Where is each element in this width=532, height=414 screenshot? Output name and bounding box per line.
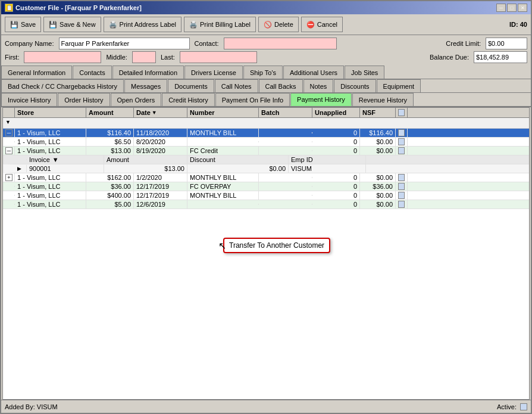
td-unapplied: 0 [312,173,360,182]
company-name-input[interactable] [59,38,190,49]
middle-input[interactable] [132,51,156,63]
tab-credit-history[interactable]: Credit History [162,93,215,106]
table-row[interactable]: ─ 1 - Visum, LLC $116.40 11/18/2020 MONT… [3,129,529,138]
credit-limit-label: Credit Limit: [446,40,481,47]
td-sub-amount: $13.00 [104,164,187,173]
th-store[interactable]: Store [15,108,86,117]
tab-messages[interactable]: Messages [124,79,167,92]
th-nsf[interactable]: NSF [360,108,396,117]
content-area: Store Amount Date▼ Number Batch Unapplie… [2,107,530,400]
th-batch[interactable]: Batch [259,108,312,117]
th-check [396,108,408,117]
row-checkbox[interactable] [398,192,405,199]
tab-detailed-information[interactable]: Detailed Information [112,66,184,79]
td-number [187,141,259,142]
status-bar: Added By: VISUM Active: [1,400,531,413]
tab-open-orders[interactable]: Open Orders [111,93,162,106]
tab-revenue-history[interactable]: Revenue History [352,93,414,106]
print-address-button[interactable]: 🖨️ Print Address Label [104,17,181,32]
td-check [396,173,408,182]
delete-button[interactable]: 🚫 Delete [258,17,299,32]
balance-due-input[interactable] [474,51,527,63]
contact-input[interactable] [224,38,337,49]
td-nsf: $0.00 [360,147,396,155]
td-amount: $116.40 [86,129,134,137]
table-row[interactable]: 1 - Visum, LLC $36.00 12/17/2019 FC OVER… [3,182,529,191]
main-window: 📋 Customer File - [Farquar P Parkenfarke… [0,0,532,414]
sort-arrow-icon: ▼ [152,110,157,116]
table-row[interactable]: ─ 1 - Visum, LLC $13.00 8/19/2020 FC Cre… [3,147,529,155]
tabs-row1: General Information Contacts Detailed In… [1,66,531,79]
td-store: 1 - Visum, LLC [15,129,86,137]
first-input[interactable] [24,51,101,63]
active-checkbox[interactable] [520,403,527,410]
td-batch [259,195,312,196]
td-expand: ─ [3,147,15,155]
save-icon: 💾 [10,21,18,29]
td-nsf: $0.00 [360,138,396,146]
row-checkbox[interactable] [398,147,405,154]
cancel-icon: ⛔ [306,21,315,29]
td-batch [259,141,312,142]
save-new-button[interactable]: 💾 Save & New [43,17,101,32]
row-checkbox[interactable] [398,129,405,136]
tab-additional-users[interactable]: Additional Users [283,66,344,79]
tab-equipment[interactable]: Equipment [377,79,421,92]
td-date: 12/6/2019 [134,200,187,208]
td-unapplied: 0 [312,138,360,146]
expand-button[interactable]: ─ [5,129,12,136]
close-button[interactable]: ✕ [518,4,527,12]
td-number: MONTHLY BILL [187,173,259,182]
td-amount: $36.00 [86,182,134,191]
header-checkbox[interactable] [398,109,405,116]
expand-button[interactable]: + [5,174,12,181]
td-expand: + [3,173,15,182]
tabs-row2: Bad Check / CC Chargebacks History Messa… [1,79,531,93]
sub-data-row: ▶ 900001 $13.00 $0.00 VISUM [3,164,529,173]
tab-invoice-history[interactable]: Invoice History [1,93,57,106]
save-button[interactable]: 💾 Save [5,17,41,32]
row-checkbox[interactable] [398,201,405,208]
row-checkbox[interactable] [398,183,405,190]
title-bar: 📋 Customer File - [Farquar P Parkenfarke… [1,1,531,14]
print-billing-button[interactable]: 🖨️ Print Billing Label [184,17,256,32]
expand-button[interactable]: ─ [5,147,12,154]
context-menu[interactable]: Transfer To Another Customer [223,238,330,253]
tab-call-backs[interactable]: Call Backs [259,79,303,92]
tab-discounts[interactable]: Discounts [334,79,375,92]
table-row[interactable]: 1 - Visum, LLC $6.50 8/20/2020 0 $0.00 [3,138,529,147]
td-check [396,138,408,146]
table-row[interactable]: + 1 - Visum, LLC $162.00 1/2/2020 MONTHL… [3,173,529,182]
th-number[interactable]: Number [187,108,259,117]
row-checkbox[interactable] [398,174,405,181]
tab-notes[interactable]: Notes [303,79,334,92]
last-input[interactable] [180,51,257,63]
tab-order-history[interactable]: Order History [58,93,109,106]
td-unapplied: 0 [312,191,360,200]
tab-bad-check[interactable]: Bad Check / CC Chargebacks History [1,79,124,92]
tab-call-notes[interactable]: Call Notes [215,79,258,92]
tab-ship-tos[interactable]: Ship To's [243,66,283,79]
table-row[interactable]: 1 - Visum, LLC $400.00 12/17/2019 MONTHL… [3,191,529,200]
maximize-button[interactable]: □ [507,4,517,12]
minimize-button[interactable]: ─ [496,4,506,12]
th-amount[interactable]: Amount [86,108,134,117]
th-date[interactable]: Date▼ [134,108,187,117]
row-checkbox[interactable] [398,138,405,145]
credit-limit-input[interactable] [486,38,527,49]
tab-drivers-license[interactable]: Drivers License [184,66,243,79]
th-unapplied[interactable]: Unapplied [312,108,360,117]
tab-contacts[interactable]: Contacts [73,66,111,79]
tab-payment-history[interactable]: Payment History [290,93,352,106]
tab-job-sites[interactable]: Job Sites [345,66,384,79]
tab-general-information[interactable]: General Information [1,66,72,79]
cancel-button[interactable]: ⛔ Cancel [301,17,343,32]
contact-label: Contact: [195,40,219,47]
tab-documents[interactable]: Documents [168,79,214,92]
td-number [187,204,259,205]
print-address-icon: 🖨️ [109,21,117,29]
td-amount: $13.00 [86,147,134,155]
table-row[interactable]: 1 - Visum, LLC $5.00 12/6/2019 0 $0.00 [3,200,529,209]
save-new-icon: 💾 [49,21,57,29]
tab-payment-on-file[interactable]: Payment On File Info [215,93,290,106]
